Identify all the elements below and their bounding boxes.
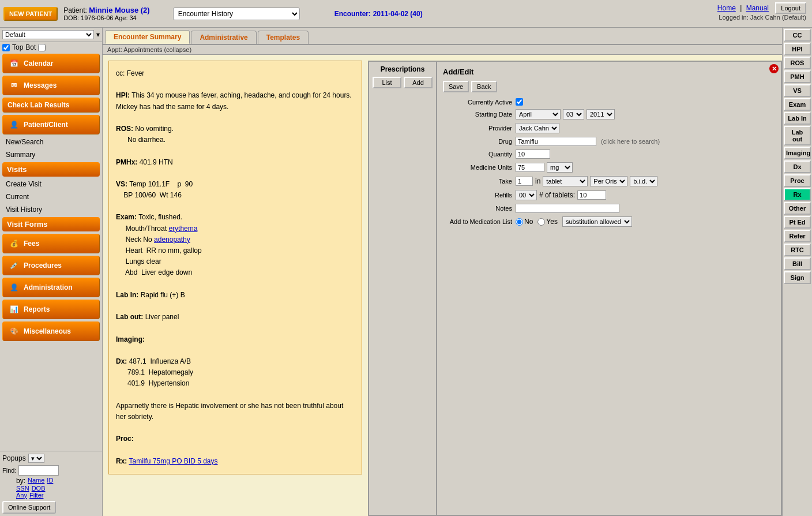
tab-templates[interactable]: Templates: [258, 31, 309, 44]
prescriptions-add-button[interactable]: Add: [404, 77, 433, 88]
back-button[interactable]: Back: [471, 81, 497, 92]
find-id-link[interactable]: ID: [47, 477, 53, 485]
procedures-label: Procedures: [24, 261, 62, 270]
tablets-input[interactable]: [577, 190, 606, 200]
refills-select[interactable]: 00010203: [516, 190, 537, 200]
right-btn-proc[interactable]: Proc: [784, 174, 811, 187]
units-type-select[interactable]: mggmlmcg: [547, 162, 573, 173]
day-select[interactable]: 0301020405: [563, 109, 584, 119]
sidebar-item-visits[interactable]: Visits: [2, 162, 100, 177]
right-btn-lab-in[interactable]: Lab In: [784, 112, 811, 125]
popups-label: Popups: [2, 454, 26, 462]
radio-no[interactable]: [516, 218, 523, 226]
find-any-link[interactable]: Any: [16, 492, 27, 499]
sidebar-item-fees[interactable]: 💰 Fees: [2, 234, 100, 253]
top-checkbox[interactable]: [2, 44, 10, 51]
encounter-select-wrap: Encounter History Current Encounter: [173, 8, 300, 20]
sidebar-item-check-lab[interactable]: Check Lab Results: [2, 98, 100, 113]
right-btn-exam[interactable]: Exam: [784, 98, 811, 111]
sidebar-item-calendar[interactable]: 📅 Calendar: [2, 54, 100, 73]
default-select[interactable]: Default: [2, 30, 94, 39]
sidebar-item-summary[interactable]: Summary: [0, 148, 102, 161]
sidebar-item-patient[interactable]: 👤 Patient/Client: [2, 115, 100, 134]
substitution-select[interactable]: substitution allowedno substitution: [562, 216, 632, 227]
encounter-select[interactable]: Encounter History Current Encounter: [173, 8, 300, 20]
appt-bar[interactable]: Appt: Appointments (collapse): [103, 45, 782, 55]
sidebar-item-visit-forms[interactable]: Visit Forms: [2, 217, 100, 231]
exam-line: Exam: Toxic, flushed. Mouth/Throat eryth…: [116, 212, 355, 278]
right-btn-bill[interactable]: Bill: [784, 257, 811, 270]
units-value-input[interactable]: [516, 163, 544, 172]
find-name-link[interactable]: Name: [28, 477, 44, 485]
tab-administrative[interactable]: Administrative: [191, 31, 256, 44]
year-select[interactable]: 2011200920102012: [587, 109, 615, 119]
sidebar-item-administration[interactable]: 👤 Administration: [2, 278, 100, 297]
online-support-button[interactable]: Online Support: [2, 501, 56, 514]
right-btn-pmh[interactable]: PMH: [784, 70, 811, 83]
right-btn-dx[interactable]: Dx: [784, 160, 811, 173]
bot-checkbox[interactable]: [38, 44, 46, 51]
find-row: Find:: [2, 465, 100, 476]
notes-label: Notes: [443, 205, 512, 212]
sidebar-item-new-search[interactable]: New/Search: [0, 136, 102, 148]
top-right: Home | Manual Logout Logged in: Jack Cah…: [717, 2, 806, 21]
month-select[interactable]: AprilJanuaryFebruaryMarch MayJuneJulyAug…: [516, 109, 561, 119]
sidebar-item-messages[interactable]: ✉ Messages: [2, 76, 100, 95]
tablet-select[interactable]: tabletcapsuleteaspoontablespoon: [543, 176, 588, 186]
popups-select[interactable]: ▾: [28, 454, 44, 463]
sidebar-item-miscellaneous[interactable]: 🎨 Miscellaneous: [2, 321, 100, 341]
radio-yes[interactable]: [537, 218, 545, 226]
encounter-info: Encounter: 2011-04-02 (40): [334, 9, 423, 18]
right-btn-pt-ed[interactable]: Pt Ed: [784, 216, 811, 229]
sidebar-item-create-visit[interactable]: Create Visit: [0, 178, 102, 190]
route-select[interactable]: Per OrisIVIMSCTopical: [590, 176, 627, 186]
new-patient-button[interactable]: NEW PATIENT: [3, 7, 58, 21]
right-btn-cc[interactable]: CC: [784, 29, 811, 42]
quantity-label: Quantity: [443, 151, 512, 158]
logout-button[interactable]: Logout: [775, 2, 806, 14]
right-btn-refer[interactable]: Refer: [784, 230, 811, 242]
medicine-units-row: Medicine Units mggmlmcg: [443, 162, 775, 173]
frequency-select[interactable]: b.i.d.q.d.t.i.d.q.i.d.: [630, 176, 657, 186]
currently-active-checkbox[interactable]: [516, 98, 523, 106]
home-link[interactable]: Home: [717, 4, 736, 12]
right-btn-other[interactable]: Other: [784, 202, 811, 215]
find-ssn-link[interactable]: SSN: [16, 485, 29, 492]
messages-label: Messages: [24, 81, 57, 89]
drug-input[interactable]: [516, 137, 596, 146]
prescriptions-list-button[interactable]: List: [373, 77, 401, 88]
take-row: Take in tabletcapsuleteaspoontablespoon …: [443, 176, 775, 186]
radio-yes-label[interactable]: Yes: [537, 218, 558, 226]
starting-date-label: Starting Date: [443, 111, 512, 118]
find-dob-link[interactable]: DOB: [32, 485, 46, 492]
encounter-label: Encounter:: [334, 10, 371, 18]
find-filter-link[interactable]: Filter: [29, 492, 43, 499]
notes-input[interactable]: [516, 204, 619, 213]
sidebar-item-procedures[interactable]: 💉 Procedures: [2, 256, 100, 275]
save-button[interactable]: Save: [443, 81, 469, 92]
sidebar-item-current[interactable]: Current: [0, 190, 102, 203]
right-btn-sign[interactable]: Sign: [784, 271, 811, 284]
patient-dob: DOB: 1976-06-06 Age: 34: [63, 14, 150, 21]
provider-select[interactable]: Jack Cahn: [516, 123, 559, 133]
right-btn-hpi[interactable]: HPI: [784, 43, 811, 55]
sidebar-item-reports[interactable]: 📊 Reports: [2, 300, 100, 319]
right-btn-rtc[interactable]: RTC: [784, 244, 811, 256]
take-input[interactable]: [516, 177, 533, 186]
quantity-input[interactable]: [516, 149, 550, 159]
right-btn-ros[interactable]: ROS: [784, 57, 811, 69]
right-btn-vs[interactable]: VS: [784, 84, 811, 97]
tab-encounter-summary[interactable]: Encounter Summary: [105, 30, 190, 44]
right-btn-lab-out[interactable]: Lab out: [784, 126, 811, 145]
right-btn-rx[interactable]: Rx: [784, 188, 811, 201]
find-input[interactable]: [18, 465, 59, 476]
rx-text[interactable]: Tamilfu 75mg PO BID 5 days: [129, 457, 217, 465]
sidebar-item-visit-history[interactable]: Visit History: [0, 203, 102, 216]
manual-link[interactable]: Manual: [746, 4, 769, 12]
tabs-bar: Encounter Summary Administrative Templat…: [103, 28, 782, 45]
right-btn-imaging[interactable]: Imaging: [784, 147, 811, 159]
panel-close-button[interactable]: ✕: [769, 64, 779, 73]
click-search-text[interactable]: (click here to search): [601, 138, 660, 145]
medicine-units-label: Medicine Units: [443, 164, 512, 171]
radio-no-label[interactable]: No: [516, 218, 533, 226]
